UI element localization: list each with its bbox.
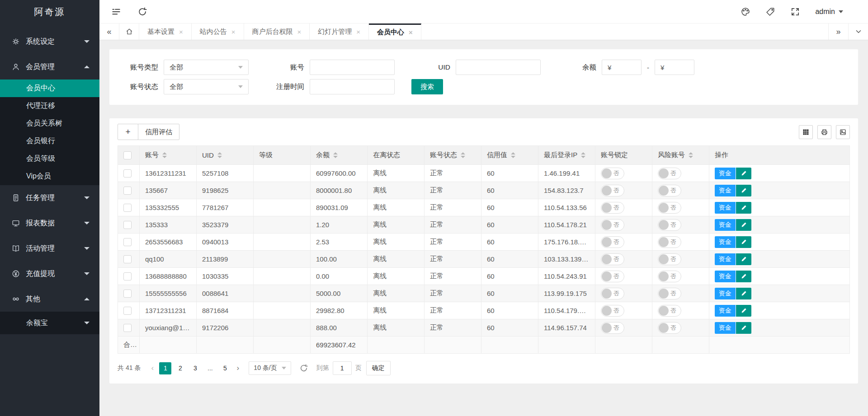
filter-columns-button[interactable] — [799, 125, 813, 139]
sidebar-group-5[interactable]: 充值提现 — [0, 261, 99, 286]
next-page-button[interactable]: › — [232, 364, 243, 373]
account-lock-toggle[interactable]: 否 — [601, 168, 624, 179]
sort-icon[interactable] — [217, 152, 222, 158]
edit-button[interactable] — [736, 305, 751, 317]
prev-page-button[interactable]: ‹ — [147, 364, 158, 373]
risk-account-toggle[interactable]: 否 — [658, 288, 681, 299]
column-header-balance[interactable]: 余额 — [311, 146, 368, 165]
fund-button[interactable]: 资金 — [715, 219, 736, 231]
risk-account-toggle[interactable]: 否 — [658, 219, 681, 231]
sidebar-group-2[interactable]: 任务管理 — [0, 185, 99, 210]
tab-1[interactable]: 站内公告× — [192, 23, 244, 40]
fund-button[interactable]: 资金 — [715, 168, 736, 179]
column-header-account_status[interactable]: 账号状态 — [425, 146, 481, 165]
edit-button[interactable] — [736, 185, 751, 196]
home-tab-button[interactable] — [119, 23, 139, 40]
sidebar-item[interactable]: Vip会员 — [0, 168, 99, 185]
tab-3[interactable]: 幻灯片管理× — [310, 23, 369, 40]
account-lock-toggle[interactable]: 否 — [601, 236, 624, 248]
sidebar-group-6[interactable]: 其他 — [0, 286, 99, 312]
sidebar-item[interactable]: 会员等级 — [0, 150, 99, 168]
page-size-select[interactable]: 10 条/页 — [249, 361, 291, 375]
edit-button[interactable] — [736, 168, 751, 179]
select-all-checkbox[interactable] — [123, 151, 132, 159]
export-button[interactable] — [836, 125, 850, 139]
theme-icon[interactable] — [741, 7, 750, 17]
balance-min-input[interactable] — [602, 60, 642, 75]
print-button[interactable] — [817, 125, 831, 139]
account-lock-toggle[interactable]: 否 — [601, 253, 624, 265]
sidebar-group-1[interactable]: 会员管理 — [0, 54, 99, 79]
refresh-table-icon[interactable] — [299, 364, 308, 373]
row-checkbox[interactable] — [123, 187, 132, 195]
sidebar-group-3[interactable]: 报表数据 — [0, 210, 99, 236]
risk-account-toggle[interactable]: 否 — [658, 168, 681, 179]
tabs-scroll-right-button[interactable]: » — [828, 23, 848, 40]
account-status-select[interactable]: 全部 — [164, 79, 249, 94]
fund-button[interactable]: 资金 — [715, 253, 736, 265]
risk-account-toggle[interactable]: 否 — [658, 322, 681, 334]
account-type-select[interactable]: 全部 — [164, 60, 249, 75]
account-lock-toggle[interactable]: 否 — [601, 288, 624, 299]
refresh-page-icon[interactable] — [137, 7, 147, 17]
row-checkbox[interactable] — [123, 169, 132, 178]
fund-button[interactable]: 资金 — [715, 202, 736, 214]
goto-page-input[interactable] — [333, 361, 352, 375]
account-lock-toggle[interactable]: 否 — [601, 322, 624, 334]
tab-0[interactable]: 基本设置× — [139, 23, 192, 40]
fund-button[interactable]: 资金 — [715, 185, 736, 196]
credit-evaluate-button[interactable]: 信用评估 — [138, 124, 179, 140]
tag-icon[interactable] — [765, 7, 775, 17]
row-checkbox[interactable] — [123, 255, 132, 263]
edit-button[interactable] — [736, 322, 751, 334]
row-checkbox[interactable] — [123, 324, 132, 332]
sidebar-item[interactable]: 代理迁移 — [0, 97, 99, 115]
fund-button[interactable]: 资金 — [715, 236, 736, 248]
row-checkbox[interactable] — [123, 221, 132, 229]
column-header-risk[interactable]: 风险账号 — [652, 146, 709, 165]
fund-button[interactable]: 资金 — [715, 322, 736, 334]
account-lock-toggle[interactable]: 否 — [601, 271, 624, 282]
sidebar-item[interactable]: 会员关系树 — [0, 115, 99, 132]
register-time-input[interactable] — [310, 79, 395, 94]
balance-max-input[interactable] — [655, 60, 694, 75]
sidebar-item[interactable]: 会员中心 — [0, 79, 99, 97]
account-lock-toggle[interactable]: 否 — [601, 202, 624, 214]
close-tab-icon[interactable]: × — [297, 28, 302, 36]
account-lock-toggle[interactable]: 否 — [601, 305, 624, 317]
sidebar-item[interactable]: 会员银行 — [0, 132, 99, 150]
close-tab-icon[interactable]: × — [231, 28, 236, 36]
page-number-button[interactable]: 1 — [159, 362, 171, 374]
fullscreen-icon[interactable] — [790, 7, 800, 17]
row-checkbox[interactable] — [123, 290, 132, 298]
page-number-button[interactable]: 2 — [174, 362, 186, 374]
edit-button[interactable] — [736, 236, 751, 248]
row-checkbox[interactable] — [123, 204, 132, 212]
close-tab-icon[interactable]: × — [409, 28, 413, 36]
close-tab-icon[interactable]: × — [179, 28, 183, 36]
close-tab-icon[interactable]: × — [356, 28, 360, 36]
confirm-page-button[interactable]: 确定 — [366, 361, 391, 375]
row-checkbox[interactable] — [123, 238, 132, 246]
edit-button[interactable] — [736, 219, 751, 231]
sort-icon[interactable] — [333, 152, 338, 158]
edit-button[interactable] — [736, 288, 751, 299]
edit-button[interactable] — [736, 202, 751, 214]
column-header-uid[interactable]: UID — [197, 146, 254, 165]
row-checkbox[interactable] — [123, 272, 132, 280]
sort-icon[interactable] — [511, 152, 515, 158]
sidebar-group-4[interactable]: 活动管理 — [0, 236, 99, 261]
account-lock-toggle[interactable]: 否 — [601, 185, 624, 196]
column-header-last_ip[interactable]: 最后登录IP — [538, 146, 595, 165]
sort-icon[interactable] — [689, 152, 693, 158]
sidebar-item[interactable]: 余额宝 — [0, 312, 99, 334]
fund-button[interactable]: 资金 — [715, 271, 736, 282]
fund-button[interactable]: 资金 — [715, 288, 736, 299]
risk-account-toggle[interactable]: 否 — [658, 253, 681, 265]
tab-2[interactable]: 商户后台权限× — [244, 23, 310, 40]
risk-account-toggle[interactable]: 否 — [658, 185, 681, 196]
sort-icon[interactable] — [581, 152, 585, 158]
row-checkbox[interactable] — [123, 307, 132, 315]
search-button[interactable]: 搜索 — [411, 79, 443, 94]
risk-account-toggle[interactable]: 否 — [658, 305, 681, 317]
